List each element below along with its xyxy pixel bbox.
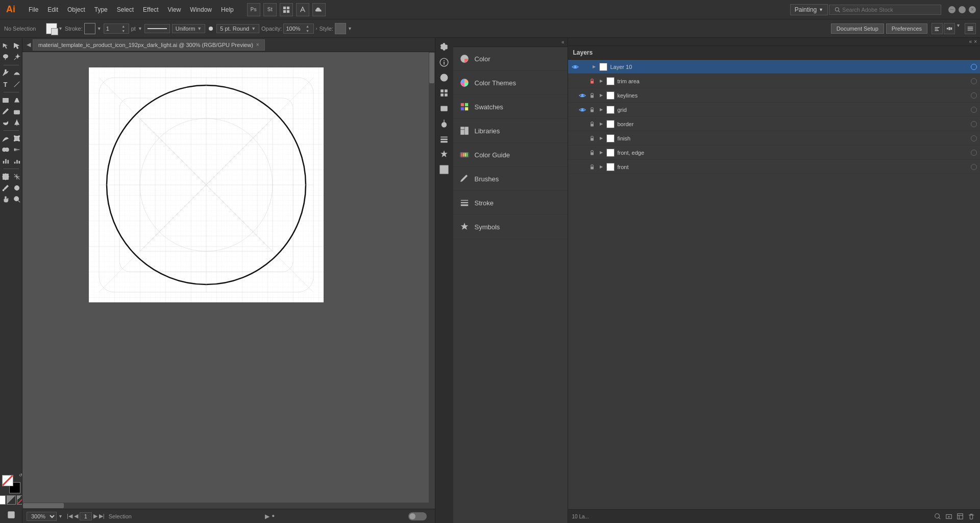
direct-selection-tool[interactable] (12, 41, 22, 51)
artboard-tool[interactable] (1, 172, 11, 182)
distribute-icon[interactable] (944, 23, 955, 34)
zoom-dropdown-icon[interactable]: ▼ (58, 514, 63, 519)
gradient-tool[interactable] (12, 145, 22, 155)
menu-help[interactable]: Help (217, 4, 238, 15)
horizontal-scroll-thumb[interactable] (23, 503, 64, 508)
layer-lock-trim[interactable] (588, 77, 596, 85)
menu-select[interactable]: Select (113, 4, 138, 15)
layer-lock-border[interactable] (588, 120, 596, 128)
menu-file[interactable]: File (24, 4, 42, 15)
eyedropper-tool[interactable] (1, 183, 11, 193)
stroke-color-swatch[interactable] (84, 23, 95, 34)
layer-target-keylines[interactable] (971, 92, 977, 99)
layer-visibility-trim[interactable]: 👁 (578, 77, 586, 85)
stroke-unit-chevron[interactable]: ▼ (138, 26, 142, 31)
sidebar-swatches-icon[interactable] (437, 70, 451, 85)
opacity-field[interactable] (284, 25, 304, 33)
menu-object[interactable]: Object (63, 4, 89, 15)
menu-type[interactable]: Type (90, 4, 112, 15)
tab-close-icon[interactable]: × (256, 42, 259, 47)
play-icon[interactable]: ▶ (265, 513, 270, 520)
menu-edit[interactable]: Edit (43, 4, 62, 15)
sidebar-symbols-icon[interactable] (437, 147, 451, 161)
search-stock-input[interactable] (842, 7, 936, 13)
panel-item-color[interactable]: Color (453, 47, 568, 71)
style-chevron[interactable]: ▼ (348, 26, 352, 31)
layer-visibility-grid[interactable] (578, 106, 586, 114)
opacity-input[interactable]: ▲ ▼ (283, 23, 314, 34)
reflect-tool[interactable] (12, 117, 22, 128)
opacity-down[interactable]: ▼ (304, 29, 310, 33)
opacity-more[interactable]: › (315, 26, 317, 31)
type-tool[interactable]: T (1, 79, 11, 89)
layer-target-front[interactable] (971, 164, 977, 170)
gradient-mode-button[interactable] (7, 495, 16, 505)
arrange-chevron[interactable]: ▼ (956, 23, 961, 34)
panel-item-color-guide[interactable]: Color Guide (453, 143, 568, 167)
sidebar-stroke-icon[interactable] (437, 132, 451, 146)
stroke-width-field[interactable] (104, 25, 120, 33)
magic-wand-tool[interactable] (12, 52, 22, 62)
panel-item-stroke[interactable]: Stroke (453, 191, 568, 215)
fill-chevron[interactable]: ▼ (58, 26, 63, 31)
sidebar-gear-icon[interactable] (437, 40, 451, 54)
layers-close-icon[interactable]: × (974, 39, 977, 44)
layer-lock-front-edge[interactable] (588, 149, 596, 157)
hand-tool[interactable] (1, 194, 11, 204)
panel-item-symbols[interactable]: Symbols (453, 215, 568, 239)
layer-visibility-layer10[interactable] (571, 63, 579, 71)
layer-lock-keylines[interactable] (588, 91, 596, 100)
vertical-scrollbar[interactable] (429, 52, 435, 509)
panels-collapse-icon[interactable]: « (561, 39, 565, 45)
layer-target-finish[interactable] (971, 135, 977, 141)
menu-window[interactable]: Window (186, 4, 216, 15)
layers-delete-icon[interactable] (967, 512, 976, 521)
menu-view[interactable]: View (164, 4, 185, 15)
document-tab[interactable]: material_template_ic_product_icon_192px_… (33, 39, 265, 51)
paintbrush-tool[interactable] (1, 106, 11, 116)
reset-colors-icon[interactable]: ↺ (19, 473, 22, 478)
maximize-button[interactable] (959, 6, 966, 13)
layer-lock-grid[interactable] (588, 106, 596, 114)
workspace-selector[interactable]: Painting ▼ (790, 4, 828, 15)
layer-item-trim[interactable]: 👁 ▶ trim area (568, 74, 981, 88)
pen-tool-icon[interactable] (296, 3, 309, 16)
preferences-button[interactable]: Preferences (886, 23, 927, 34)
ps-ai-bridge-icon[interactable]: Ps (247, 3, 260, 16)
close-button[interactable]: × (969, 6, 976, 13)
free-transform-tool[interactable] (12, 133, 22, 144)
pen-tool[interactable] (1, 68, 11, 78)
layer-expand-trim[interactable]: ▶ (598, 78, 605, 85)
style-swatch[interactable] (335, 23, 346, 34)
stroke-line-preview[interactable] (144, 24, 170, 33)
layers-new-icon[interactable] (944, 512, 953, 521)
opacity-stepper[interactable]: ▲ ▼ (304, 24, 310, 33)
layer-lock-layer10[interactable]: 🔒 (581, 63, 589, 71)
layer-expand-finish[interactable]: ▶ (598, 135, 605, 142)
stroke-chevron[interactable]: ▼ (97, 26, 102, 31)
layer-expand-keylines[interactable]: ▶ (598, 92, 605, 99)
panels-toggle-icon[interactable] (965, 23, 976, 34)
layer-target-front-edge[interactable] (971, 150, 977, 156)
foreground-color-swatch[interactable] (2, 475, 13, 486)
layer-target-border[interactable] (971, 121, 977, 127)
layer-target-layer10[interactable] (971, 64, 977, 70)
page-prev-btn[interactable]: ◀ (74, 513, 78, 519)
panel-item-swatches[interactable]: Swatches (453, 95, 568, 119)
lasso-tool[interactable] (1, 52, 11, 62)
stroke-up[interactable]: ▲ (120, 24, 127, 29)
page-last-btn[interactable]: ▶| (99, 513, 105, 519)
fill-mode-button[interactable] (0, 495, 6, 505)
page-first-btn[interactable]: |◀ (67, 513, 72, 519)
panel-item-color-themes[interactable]: Color Themes (453, 71, 568, 95)
chart-tool[interactable] (1, 156, 11, 166)
cloud-icon[interactable] (312, 3, 326, 16)
layer-item-finish[interactable]: 👁 ▶ finish (568, 131, 981, 146)
sidebar-brushes-icon[interactable] (437, 116, 451, 131)
sidebar-color-guide-icon[interactable] (437, 101, 451, 115)
page-next-btn[interactable]: ▶ (93, 513, 97, 519)
artboards-panel-icon[interactable] (6, 510, 16, 520)
canvas-scroll-area[interactable] (22, 52, 435, 509)
layer-target-trim[interactable] (971, 78, 977, 84)
panel-item-libraries[interactable]: Libraries (453, 119, 568, 143)
